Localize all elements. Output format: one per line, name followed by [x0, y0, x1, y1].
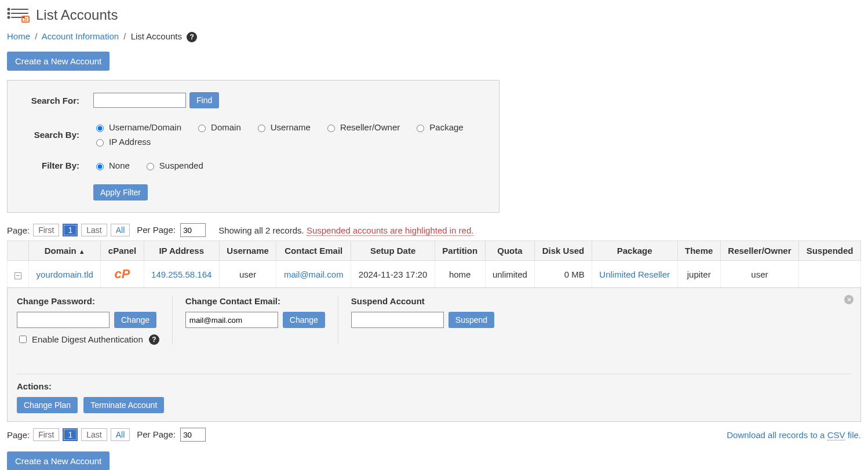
- pager-current[interactable]: 1: [63, 224, 78, 236]
- breadcrumb-current: List Accounts: [131, 31, 182, 41]
- breadcrumb-home[interactable]: Home: [7, 31, 30, 41]
- close-icon[interactable]: ✕: [844, 295, 854, 304]
- pager-top: Page: First 1 Last All Per Page: Showing…: [7, 223, 861, 237]
- suspend-button[interactable]: Suspend: [448, 312, 494, 328]
- pager-bottom: Page: First 1 Last All Per Page:: [7, 428, 206, 442]
- per-page-label: Per Page:: [137, 225, 176, 235]
- digest-checkbox[interactable]: [19, 336, 27, 343]
- suspend-section: Suspend Account Suspend: [351, 296, 507, 345]
- cpanel-icon[interactable]: cP: [115, 267, 130, 281]
- per-page-input[interactable]: [180, 223, 206, 237]
- create-account-button[interactable]: Create a New Account: [7, 52, 110, 71]
- list-accounts-icon: [7, 7, 30, 23]
- digest-help-icon[interactable]: ?: [149, 334, 159, 345]
- svg-point-2: [8, 13, 10, 14]
- suspend-reason-input[interactable]: [351, 312, 444, 328]
- pager-last-bottom[interactable]: Last: [81, 428, 107, 441]
- col-owner[interactable]: Reseller/Owner: [720, 241, 798, 261]
- radio-suspended[interactable]: [147, 163, 154, 170]
- cell-disk: 0 MB: [535, 261, 592, 288]
- breadcrumb: Home / Account Information / List Accoun…: [7, 31, 861, 42]
- col-quota[interactable]: Quota: [485, 241, 535, 261]
- cell-package[interactable]: Unlimited Reseller: [599, 269, 670, 279]
- radio-reseller-owner[interactable]: [327, 125, 335, 132]
- collapse-icon[interactable]: −: [14, 272, 21, 279]
- cell-owner: user: [720, 261, 798, 288]
- col-cpanel[interactable]: cPanel: [101, 241, 144, 261]
- filter-panel: Search For: Find Search By: Username/Dom…: [7, 80, 499, 213]
- col-email[interactable]: Contact Email: [276, 241, 351, 261]
- col-ip[interactable]: IP Address: [144, 241, 219, 261]
- download-csv-link[interactable]: Download all records to a CSV file.: [727, 430, 861, 440]
- col-username[interactable]: Username: [219, 241, 276, 261]
- change-password-label: Change Password:: [17, 296, 159, 306]
- change-email-label: Change Contact Email:: [185, 296, 325, 306]
- expanded-row-panel: ✕ Change Password: Change Enable Digest …: [7, 287, 861, 422]
- radio-package[interactable]: [417, 125, 424, 132]
- breadcrumb-account-info[interactable]: Account Information: [42, 31, 119, 41]
- radio-domain[interactable]: [198, 125, 206, 132]
- cell-email[interactable]: mail@mail.com: [284, 269, 344, 279]
- pager-current-bottom[interactable]: 1: [63, 428, 78, 441]
- change-email-section: Change Contact Email: Change: [185, 296, 338, 345]
- password-input[interactable]: [17, 312, 110, 328]
- page-label-bottom: Page:: [7, 430, 30, 440]
- page-header: List Accounts: [7, 7, 861, 23]
- cell-quota: unlimited: [485, 261, 535, 288]
- digest-label: Enable Digest Authentication: [32, 334, 143, 344]
- per-page-input-bottom[interactable]: [180, 428, 206, 442]
- page-label: Page:: [7, 225, 30, 235]
- col-setup[interactable]: Setup Date: [351, 241, 435, 261]
- table-header-row: Domain▲ cPanel IP Address Username Conta…: [8, 241, 861, 261]
- svg-point-0: [8, 9, 10, 10]
- radio-none[interactable]: [96, 163, 104, 170]
- table-row: − yourdomain.tld cP 149.255.58.164 user …: [8, 261, 861, 288]
- search-input[interactable]: [93, 93, 186, 108]
- find-button[interactable]: Find: [189, 92, 219, 108]
- email-input[interactable]: [185, 312, 278, 328]
- suspend-label: Suspend Account: [351, 296, 494, 306]
- pager-first[interactable]: First: [33, 224, 59, 236]
- apply-filter-button[interactable]: Apply Filter: [93, 184, 148, 201]
- cell-setup: 2024-11-23 17:20: [351, 261, 435, 288]
- change-plan-button[interactable]: Change Plan: [17, 397, 78, 413]
- terminate-button[interactable]: Terminate Account: [83, 397, 164, 413]
- per-page-label-bottom: Per Page:: [137, 429, 176, 439]
- cell-suspended: [799, 261, 861, 288]
- pager-all-bottom[interactable]: All: [111, 428, 130, 441]
- col-partition[interactable]: Partition: [435, 241, 485, 261]
- accounts-table: Domain▲ cPanel IP Address Username Conta…: [7, 241, 861, 288]
- help-icon[interactable]: ?: [187, 32, 197, 42]
- col-package[interactable]: Package: [592, 241, 677, 261]
- actions-section: Actions: Change Plan Terminate Account: [17, 374, 851, 413]
- col-domain[interactable]: Domain▲: [29, 241, 101, 261]
- search-by-label: Search By:: [18, 130, 93, 140]
- col-suspended[interactable]: Suspended: [799, 241, 861, 261]
- page-title: List Accounts: [36, 7, 118, 23]
- radio-username[interactable]: [258, 125, 265, 132]
- pager-all[interactable]: All: [111, 224, 130, 236]
- cell-domain[interactable]: yourdomain.tld: [37, 269, 93, 279]
- change-email-button[interactable]: Change: [283, 312, 325, 328]
- actions-label: Actions:: [17, 381, 851, 391]
- radio-ip[interactable]: [96, 139, 104, 147]
- create-account-button-bottom[interactable]: Create a New Account: [7, 451, 110, 470]
- svg-point-4: [8, 17, 10, 19]
- change-password-section: Change Password: Change Enable Digest Au…: [17, 296, 173, 345]
- radio-username-domain[interactable]: [96, 125, 104, 132]
- cell-username: user: [219, 261, 276, 288]
- pager-first-bottom[interactable]: First: [33, 428, 59, 441]
- change-password-button[interactable]: Change: [114, 312, 156, 328]
- cell-theme: jupiter: [677, 261, 720, 288]
- search-for-label: Search For:: [18, 96, 93, 105]
- col-disk[interactable]: Disk Used: [535, 241, 592, 261]
- suspended-note: Suspended accounts are highlighted in re…: [307, 225, 474, 236]
- showing-text: Showing all 2 records.: [218, 225, 304, 235]
- filter-by-label: Filter By:: [18, 161, 93, 170]
- cell-partition: home: [435, 261, 485, 288]
- pager-last[interactable]: Last: [81, 224, 107, 236]
- col-theme[interactable]: Theme: [677, 241, 720, 261]
- cell-ip[interactable]: 149.255.58.164: [151, 269, 211, 279]
